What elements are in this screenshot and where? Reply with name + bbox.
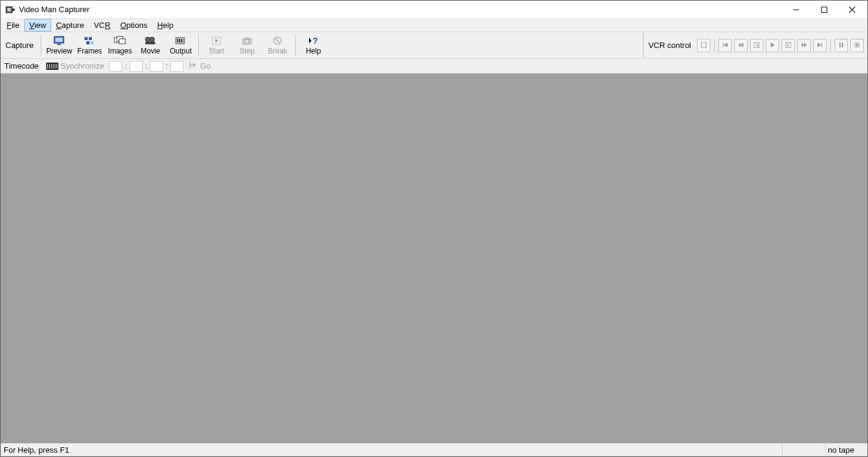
- menu-vcr[interactable]: VCR: [89, 19, 115, 32]
- start-label: Start: [209, 47, 224, 55]
- output-label: Output: [170, 47, 192, 55]
- timecode-minutes-input[interactable]: [130, 61, 143, 72]
- svg-rect-11: [89, 37, 92, 40]
- preview-button[interactable]: Preview: [44, 32, 74, 58]
- movie-button[interactable]: Movie: [135, 32, 165, 58]
- stop-icon: [701, 42, 707, 49]
- svg-marker-42: [787, 44, 789, 46]
- timecode-bar: Timecode Synchronize : : : Go: [1, 59, 867, 74]
- status-cell-empty: [782, 444, 825, 456]
- synchronize-label: Synchronize: [61, 61, 105, 70]
- svg-rect-16: [119, 39, 125, 44]
- svg-rect-10: [85, 37, 88, 40]
- play-icon: [210, 35, 223, 46]
- go-button[interactable]: Go: [186, 61, 213, 71]
- svg-marker-26: [215, 39, 218, 43]
- vcr-control-section: VCR control: [643, 32, 867, 58]
- step-button[interactable]: Step: [232, 32, 262, 58]
- svg-rect-21: [177, 39, 178, 43]
- svg-rect-4: [822, 7, 827, 12]
- monitor-icon: [53, 35, 65, 46]
- movie-icon: [144, 35, 156, 46]
- window-controls: [782, 1, 866, 19]
- svg-marker-35: [724, 43, 727, 47]
- vcr-skip-back-button[interactable]: [718, 39, 732, 52]
- colon-separator: :: [145, 61, 148, 70]
- svg-marker-45: [818, 43, 821, 47]
- vcr-play-icon: [769, 42, 776, 49]
- menu-help[interactable]: Help: [152, 19, 178, 32]
- images-icon: [114, 35, 126, 46]
- pause-icon: [838, 42, 844, 49]
- toolbar-capture-group: Preview Frames Images Movie Output: [44, 32, 196, 58]
- status-tape: no tape: [825, 444, 867, 456]
- svg-rect-23: [181, 39, 182, 43]
- vcr-play-button[interactable]: [766, 39, 779, 52]
- vcr-next-frame-button[interactable]: [782, 39, 795, 52]
- forward-icon: [801, 42, 807, 49]
- close-button[interactable]: [838, 1, 866, 19]
- toolbar: Capture Preview Frames Images Movie: [1, 32, 867, 59]
- images-button[interactable]: Images: [105, 32, 135, 58]
- movie-label: Movie: [141, 47, 160, 55]
- colon-separator: :: [125, 61, 127, 70]
- vcr-rewind-button[interactable]: [734, 39, 748, 52]
- timecode-frames-input[interactable]: [170, 61, 184, 72]
- menu-view[interactable]: View: [24, 19, 51, 32]
- titlebar: Video Man Capturer: [1, 1, 867, 19]
- svg-rect-12: [86, 41, 89, 44]
- vcr-prev-frame-button[interactable]: [750, 39, 763, 52]
- window-title: Video Man Capturer: [19, 5, 89, 14]
- go-icon: [189, 61, 198, 71]
- svg-rect-47: [839, 43, 841, 47]
- minimize-button[interactable]: [782, 1, 810, 19]
- frames-label: Frames: [77, 47, 102, 55]
- svg-marker-43: [802, 43, 804, 47]
- svg-rect-22: [179, 39, 180, 43]
- toolbar-run-group: Start Step Break: [201, 32, 293, 58]
- break-label: Break: [268, 47, 287, 55]
- timecode-seconds-input[interactable]: [150, 61, 163, 72]
- timecode-label: Timecode: [4, 61, 41, 70]
- menu-capture[interactable]: Capture: [51, 19, 89, 32]
- skip-forward-icon: [817, 42, 823, 49]
- menu-file[interactable]: File: [2, 19, 24, 32]
- vcr-record-button[interactable]: [850, 39, 864, 52]
- break-button[interactable]: Break: [262, 32, 293, 58]
- vcr-stop-button[interactable]: [697, 39, 710, 52]
- timecode-hours-input[interactable]: [109, 61, 122, 72]
- rewind-icon: [738, 42, 744, 49]
- preview-label: Preview: [46, 47, 72, 55]
- svg-marker-37: [741, 43, 743, 47]
- vcr-skip-forward-button[interactable]: [813, 39, 827, 52]
- output-button[interactable]: Output: [165, 32, 196, 58]
- svg-text:?: ?: [313, 36, 318, 46]
- start-button[interactable]: Start: [201, 32, 232, 58]
- svg-rect-24: [182, 39, 183, 43]
- svg-rect-19: [145, 42, 155, 44]
- output-icon: [175, 35, 187, 46]
- menu-options[interactable]: Options: [116, 19, 153, 32]
- vcr-forward-button[interactable]: [797, 39, 811, 52]
- svg-point-18: [150, 37, 155, 42]
- svg-marker-36: [738, 43, 741, 47]
- vcr-pause-button[interactable]: [835, 39, 848, 52]
- maximize-button[interactable]: [810, 1, 838, 19]
- svg-rect-2: [12, 9, 15, 11]
- help-button[interactable]: ? Help: [298, 32, 328, 58]
- synchronize-button[interactable]: Synchronize: [44, 61, 107, 70]
- svg-marker-44: [804, 43, 807, 47]
- svg-rect-48: [842, 43, 843, 47]
- images-label: Images: [108, 47, 132, 55]
- menubar: File View Capture VCR Options Help: [1, 19, 867, 32]
- toolbar-help-group: ? Help: [298, 32, 328, 58]
- keyboard-icon: [46, 63, 58, 70]
- skip-back-icon: [722, 42, 728, 49]
- vcr-control-label: VCR control: [647, 41, 695, 50]
- svg-rect-13: [91, 41, 94, 44]
- svg-point-50: [856, 44, 858, 46]
- workspace-area: [1, 74, 867, 443]
- frames-button[interactable]: Frames: [74, 32, 105, 58]
- statusbar: For Help, press F1 no tape: [1, 443, 867, 456]
- record-icon: [854, 42, 860, 49]
